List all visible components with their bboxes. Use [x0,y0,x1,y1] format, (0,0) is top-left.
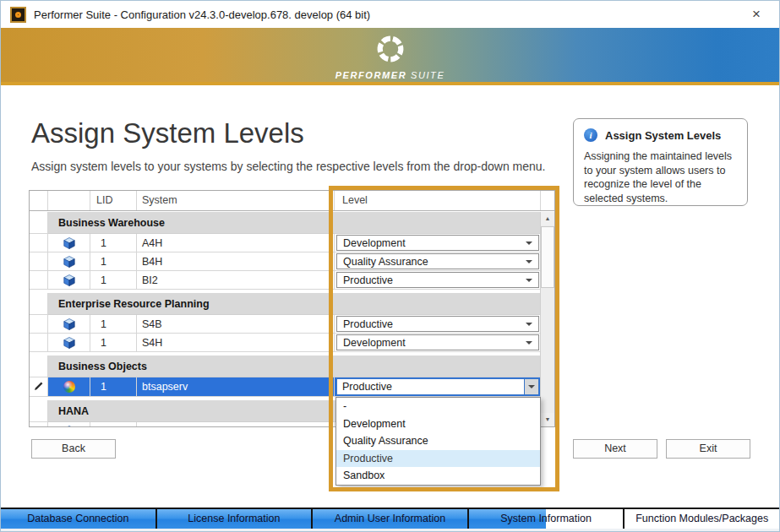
row-selector-cell [30,234,48,252]
scroll-up-icon[interactable]: ▲ [541,212,554,225]
row-selector-cell [30,293,48,315]
header-system[interactable]: System [137,191,335,210]
cube-system-icon [63,256,75,268]
chevron-down-icon [526,260,532,263]
group-name: Business Objects [48,356,541,377]
level-dropdown-list: -DevelopmentQuality AssuranceProductiveS… [335,397,541,486]
system-name-cell: A4H [137,234,335,252]
systems-table: LID System Level Business Warehouse1A4HD… [29,190,555,427]
level-combo-value: Quality Assurance [343,256,428,268]
system-type-cell [48,315,90,334]
brand-wordmark: PERFORMER SUITE [1,70,779,80]
row-selector-cell [30,212,48,234]
header-row-selector [30,191,48,210]
next-button[interactable]: Next [573,439,657,459]
level-combo[interactable]: Quality Assurance [336,253,539,269]
group-name: Business Warehouse [48,212,541,234]
tab-system-information[interactable]: System Information [469,509,625,529]
info-box: i Assign System Levels Assigning the mai… [573,118,748,206]
lid-cell: 1 [90,315,137,334]
pencil-icon [34,381,44,394]
level-combo[interactable]: Development [336,334,539,350]
system-row[interactable]: 1A4HDevelopment [30,234,541,252]
system-row[interactable]: 1S4BProductive [30,315,541,334]
level-cell: Development [335,334,541,352]
system-name-cell: S4B [137,315,335,334]
level-combo-value: Development [343,337,406,349]
header-level[interactable]: Level [335,191,541,210]
brand-banner: PERFORMER SUITE [1,28,779,85]
cube-system-icon [63,318,75,330]
globe-system-icon [63,381,75,393]
system-name-cell: btsapserv [137,377,335,397]
level-cell: Productive [335,377,541,397]
level-cell: Productive [335,271,541,290]
scroll-down-icon[interactable]: ▼ [541,413,554,426]
row-selector-cell [30,315,48,334]
row-selector-cell [30,356,48,377]
system-row[interactable]: 1B4HQuality Assurance [30,252,541,271]
back-button[interactable]: Back [31,439,116,459]
chevron-down-icon [526,341,532,345]
system-row[interactable]: 1btsapservProductive [30,377,541,397]
dropdown-option[interactable]: Sandbox [336,467,540,485]
row-edit-indicator [30,377,48,397]
system-type-cell [48,377,90,397]
dropdown-option[interactable]: Development [336,415,540,433]
row-selector-cell [30,271,48,290]
close-icon[interactable]: × [745,4,767,24]
group-header-row: Business Warehouse [30,212,541,234]
tab-database-connection[interactable]: Database Connection [1,509,157,529]
system-name-cell [137,422,335,426]
level-combo[interactable]: Productive [336,378,539,395]
window-title: Performer Suite - Configuration v24.3.0-… [34,8,370,21]
system-row[interactable]: 1BI2Productive [30,271,541,290]
system-type-cell [48,422,90,426]
cube-system-icon [63,274,75,286]
lid-cell: 1 [90,252,137,271]
system-type-cell [48,271,90,290]
level-combo[interactable]: Productive [336,272,539,288]
dropdown-option[interactable]: - [336,398,540,415]
combo-dropdown-button[interactable] [524,379,538,394]
lid-cell: 1 [90,234,137,252]
row-selector-cell [30,334,48,352]
level-cell: Quality Assurance [335,252,541,271]
row-selector-cell [30,400,48,422]
tab-admin-user-information[interactable]: Admin User Information [313,509,469,529]
system-row[interactable]: 1S4HDevelopment [30,334,541,352]
tab-label: Database Connection [27,513,128,524]
info-icon: i [584,128,597,142]
table-scrollbar[interactable]: ▲ ▼ [540,212,554,426]
cube-system-icon [63,426,75,427]
level-combo[interactable]: Productive [336,316,539,332]
table-header-row: LID System Level [30,191,554,211]
lid-cell: 1 [90,377,137,397]
app-window: Performer Suite - Configuration v24.3.0-… [0,0,780,532]
exit-button[interactable]: Exit [666,439,750,459]
system-type-cell [48,234,90,252]
level-combo[interactable]: Development [336,235,539,251]
header-lid[interactable]: LID [90,191,137,210]
info-box-title: Assign System Levels [605,129,721,142]
dropdown-option[interactable]: Quality Assurance [336,432,540,450]
system-name-cell: S4H [137,334,335,352]
chevron-down-icon [526,323,532,326]
group-header-row: Business Objects [30,356,541,377]
page-description: Assign system levels to your systems by … [31,160,545,173]
performer-suite-logo-icon [374,33,406,65]
tab-license-information[interactable]: License Information [157,509,314,529]
wizard-step-bar: Database ConnectionLicense InformationAd… [1,508,779,529]
level-cell: Development [335,234,541,252]
lid-cell: 1 [90,334,137,352]
dropdown-option[interactable]: Productive [336,450,540,468]
chevron-down-icon [526,242,532,245]
scrollbar-thumb[interactable] [541,226,554,288]
header-icon-col [48,191,90,210]
title-bar: Performer Suite - Configuration v24.3.0-… [1,1,779,28]
tab-label: License Information [188,513,280,524]
page-title: Assign System Levels [31,117,304,149]
group-name: Enterprise Resource Planning [48,293,541,315]
level-combo-value: Development [343,237,406,249]
tab-function-modules-packages[interactable]: Function Modules/Packages [625,509,779,529]
